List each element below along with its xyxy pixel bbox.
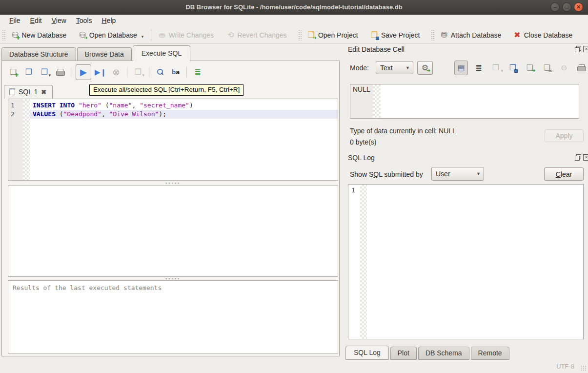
find-button[interactable] xyxy=(154,66,166,79)
minimize-icon[interactable]: – xyxy=(550,2,560,12)
stop-execution-button[interactable]: ⊗ xyxy=(110,66,122,79)
maximize-icon[interactable]: □ xyxy=(562,2,571,12)
new-sql-tab-button[interactable]: ❏✚ xyxy=(7,66,20,79)
dock-float-icon[interactable] xyxy=(575,154,581,161)
sql-token: "secret_name" xyxy=(140,102,189,109)
title-bar[interactable]: DB Browser for SQLite - /home/user/code/… xyxy=(0,0,588,15)
toolbar-drag-handle[interactable] xyxy=(431,30,434,41)
tab-remote[interactable]: Remote xyxy=(471,347,509,360)
close-icon[interactable]: ✕ xyxy=(574,2,583,12)
document-icon: ▤ xyxy=(457,64,465,72)
log-line-number: 1 xyxy=(348,185,360,339)
attach-database-button[interactable]: ⛃ Attach Database xyxy=(436,28,506,42)
format-sql-button[interactable]: ≣ xyxy=(191,66,204,79)
stop-icon: ⊗ xyxy=(112,68,120,76)
code-area[interactable]: INSERT INTO "hero" ("name", "secret_name… xyxy=(30,99,338,180)
text-mode-button[interactable]: ▤ xyxy=(454,61,468,75)
link-window-icon: ❏∞ xyxy=(544,64,550,72)
menu-edit[interactable]: Edit xyxy=(26,16,46,25)
execute-line-icon: ▶❙ xyxy=(95,68,106,76)
dock-float-icon[interactable] xyxy=(575,46,581,52)
open-in-app-button[interactable]: ❐ ▾ xyxy=(489,62,502,74)
find-replace-button[interactable]: ba xyxy=(169,66,182,79)
execute-current-line-button[interactable]: ▶❙ xyxy=(94,66,107,79)
sql-doc-tab-label: SQL 1 xyxy=(19,88,38,96)
tab-browse-data[interactable]: Browse Data xyxy=(77,47,132,61)
execute-tooltip: Execute all/selected SQL [Ctrl+Return, F… xyxy=(89,84,243,96)
cell-editor-text-area[interactable] xyxy=(381,84,579,118)
open-file-icon: ❐ xyxy=(25,68,32,76)
tab-plot[interactable]: Plot xyxy=(390,347,417,360)
revert-changes-button[interactable]: ⟲ Revert Changes xyxy=(223,28,291,42)
print-sql-button[interactable] xyxy=(54,66,66,79)
set-null-button[interactable]: ⊖ xyxy=(558,62,570,74)
splitter-dots: ▪▪▪▪▪ xyxy=(165,278,181,280)
sql-token: "hero" xyxy=(79,102,101,109)
cell-value-editor[interactable]: NULL xyxy=(350,84,579,119)
toolbar-drag-handle[interactable] xyxy=(298,30,302,41)
save-file-menu-arrow[interactable]: ▾ xyxy=(48,73,51,78)
mode-label: Mode: xyxy=(350,64,369,72)
tab-db-schema[interactable]: DB Schema xyxy=(418,347,469,360)
print-cell-button[interactable] xyxy=(575,62,588,74)
save-results-menu-arrow: ▾ xyxy=(142,73,144,78)
apply-button[interactable]: Apply xyxy=(545,129,584,142)
toolbar-separator xyxy=(149,67,149,78)
clear-label: Clear xyxy=(556,170,572,178)
show-sql-label: Show SQL submitted by xyxy=(350,170,423,178)
sql-doc-tab[interactable]: SQL 1 ✖ xyxy=(4,85,53,99)
save-sql-file-button[interactable]: ❐ ▾ xyxy=(38,66,51,79)
copy-link-button[interactable]: ❏∞ xyxy=(541,62,553,74)
save-file-icon: ❐ xyxy=(41,68,48,76)
open-database-label: Open Database xyxy=(89,31,137,39)
menu-view[interactable]: View xyxy=(47,16,71,25)
red-x-icon: ✖ xyxy=(514,31,520,39)
export-data-button[interactable]: ❏➜ xyxy=(524,62,536,74)
close-database-button[interactable]: ✖ Close Database xyxy=(509,28,577,42)
mode-select[interactable]: Text ▼ xyxy=(376,61,413,74)
format-lines-icon: ≣ xyxy=(194,68,201,76)
write-changes-button[interactable]: ⛂ Write Changes xyxy=(154,28,218,42)
toolbar-separator xyxy=(71,67,71,78)
clear-log-button[interactable]: Clear xyxy=(544,167,584,181)
menu-tools[interactable]: Tools xyxy=(72,16,97,25)
sql-editor[interactable]: 1 2 INSERT INTO "hero" ("name", "secret_… xyxy=(8,99,338,181)
open-database-menu-arrow[interactable]: ▾ xyxy=(142,34,144,39)
sql-token: , xyxy=(101,110,109,118)
undo-arrow-icon: ⟲ xyxy=(227,31,234,39)
new-database-label: New Database xyxy=(21,31,66,39)
write-changes-label: Write Changes xyxy=(169,31,214,39)
printer-icon xyxy=(56,69,64,76)
word-wrap-button[interactable]: ≣ xyxy=(472,62,485,74)
dock-close-icon[interactable]: ✕ xyxy=(583,46,588,52)
sql-log-dock-buttons: ✕ xyxy=(575,154,588,161)
tab-close-icon[interactable]: ✖ xyxy=(41,88,46,96)
auto-apply-button[interactable]: ⚙➜ xyxy=(417,61,433,75)
gear-arrow-icon: ⚙➜ xyxy=(422,64,428,72)
open-database-button[interactable]: ⛁➜ Open Database ▾ xyxy=(75,28,148,42)
menu-help[interactable]: Help xyxy=(98,16,121,25)
menu-file[interactable]: File xyxy=(5,16,25,25)
execute-sql-button[interactable]: ▶ xyxy=(76,64,91,80)
save-results-button[interactable]: ❐ ▾ xyxy=(132,66,144,79)
import-data-button[interactable]: ❐ xyxy=(507,62,519,74)
show-sql-label-mnemonic: Q xyxy=(373,170,379,178)
database-arrow-icon: ⛁➜ xyxy=(79,31,85,39)
save-results-icon: ❐ xyxy=(135,68,142,76)
save-project-button[interactable]: ❒ Save Project xyxy=(366,28,425,42)
dock-close-icon[interactable]: ✕ xyxy=(583,154,588,161)
new-database-button[interactable]: ⛁✚ New Database xyxy=(7,28,71,42)
tab-database-structure[interactable]: Database Structure xyxy=(1,47,76,61)
tab-execute-sql[interactable]: Execute SQL xyxy=(133,45,191,61)
open-project-button[interactable]: ❒➜ Open Project xyxy=(304,28,363,42)
encoding-indicator: UTF-8 xyxy=(556,363,574,370)
log-filter-select[interactable]: User ▼ xyxy=(431,167,484,181)
edit-cell-toolbar: ▤ ≣ ❐ ▾ ❐ ❏➜ ❏∞ ⊖ xyxy=(454,61,588,75)
toolbar-separator xyxy=(127,67,127,78)
cell-type-info: Type of data currently in cell: NULL xyxy=(350,127,456,135)
resize-grip[interactable] xyxy=(581,365,587,371)
tab-sql-log[interactable]: SQL Log xyxy=(345,346,389,360)
toolbar-drag-handle[interactable] xyxy=(2,30,5,41)
splitter-handle[interactable]: ▪▪▪▪▪ xyxy=(8,181,338,185)
open-sql-file-button[interactable]: ❐ xyxy=(22,66,35,79)
